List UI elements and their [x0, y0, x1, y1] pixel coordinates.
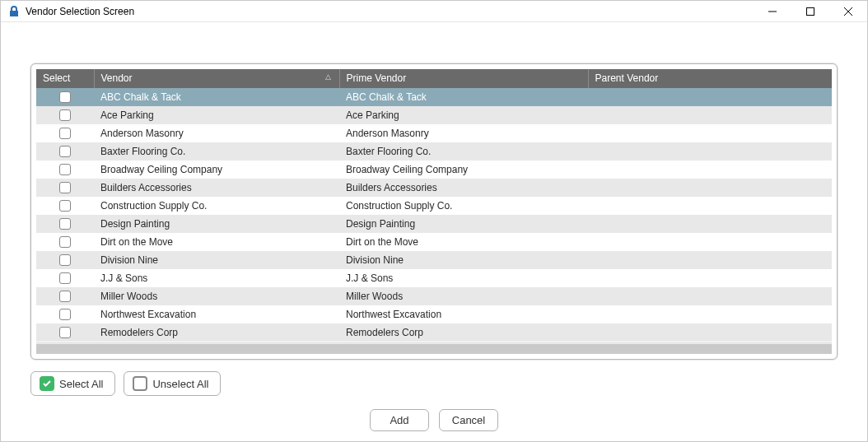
row-checkbox-cell[interactable]: [36, 305, 94, 323]
empty-checkbox-icon: [133, 376, 147, 391]
vendor-cell: Remodelers Corp: [94, 323, 339, 342]
col-header-select[interactable]: Select: [36, 69, 94, 88]
table-row[interactable]: J.J & SonsJ.J & Sons: [36, 269, 832, 287]
table-row[interactable]: Broadway Ceiling CompanyBroadway Ceiling…: [36, 161, 832, 179]
window-title: Vendor Selection Screen: [26, 6, 134, 17]
dialog-footer: Add Cancel: [6, 396, 862, 436]
col-header-vendor[interactable]: Vendor △: [94, 69, 339, 88]
row-checkbox[interactable]: [59, 236, 71, 248]
unselect-all-button[interactable]: Unselect All: [124, 371, 221, 396]
table-row[interactable]: Baxter Flooring Co.Baxter Flooring Co.: [36, 142, 832, 161]
vendor-cell: Division Nine: [94, 251, 339, 269]
parent-vendor-cell: [588, 106, 832, 124]
prime-vendor-cell: Remodelers Corp: [339, 323, 588, 342]
vendor-cell: Baxter Flooring Co.: [94, 142, 339, 161]
col-header-parent-vendor[interactable]: Parent Vendor: [588, 69, 832, 88]
row-checkbox-cell[interactable]: [36, 197, 94, 215]
vendor-cell: Builders Accessories: [94, 179, 339, 197]
table-row[interactable]: Ace ParkingAce Parking: [36, 106, 832, 124]
window-root: Vendor Selection Screen: [0, 0, 868, 442]
prime-vendor-cell: Division Nine: [339, 251, 588, 269]
prime-vendor-cell: ABC Chalk & Tack: [339, 88, 588, 106]
row-checkbox-cell[interactable]: [36, 179, 94, 197]
prime-vendor-cell: Northwest Excavation: [339, 305, 588, 323]
row-checkbox[interactable]: [59, 291, 71, 302]
table-row[interactable]: Design PaintingDesign Painting: [36, 215, 832, 233]
maximize-button[interactable]: [791, 1, 829, 21]
select-all-button[interactable]: Select All: [30, 371, 115, 396]
parent-vendor-cell: [588, 179, 832, 197]
parent-vendor-cell: [588, 161, 832, 179]
row-checkbox[interactable]: [59, 182, 71, 193]
select-all-label: Select All: [59, 378, 103, 390]
parent-vendor-cell: [588, 305, 832, 323]
row-checkbox[interactable]: [59, 128, 71, 139]
add-button[interactable]: Add: [370, 409, 429, 431]
table-row[interactable]: Remodelers CorpRemodelers Corp: [36, 323, 832, 342]
minimize-button[interactable]: [754, 1, 791, 21]
row-checkbox-cell[interactable]: [36, 88, 94, 106]
row-checkbox-cell[interactable]: [36, 251, 94, 269]
row-checkbox[interactable]: [59, 91, 71, 103]
titlebar: Vendor Selection Screen: [1, 1, 867, 22]
lock-icon: [7, 5, 21, 18]
table-row[interactable]: Northwest ExcavationNorthwest Excavation: [36, 305, 832, 323]
row-checkbox[interactable]: [59, 164, 71, 175]
unselect-all-label: Unselect All: [152, 378, 208, 390]
row-checkbox-cell[interactable]: [36, 124, 94, 142]
table-row[interactable]: Construction Supply Co.Construction Supp…: [36, 197, 832, 215]
row-checkbox-cell[interactable]: [36, 106, 94, 124]
parent-vendor-cell: [588, 197, 832, 215]
table-row[interactable]: Dirt on the MoveDirt on the Move: [36, 233, 832, 251]
parent-vendor-cell: [588, 142, 832, 161]
vendor-cell: Broadway Ceiling Company: [94, 161, 339, 179]
row-checkbox[interactable]: [59, 327, 71, 338]
sort-asc-icon: △: [325, 72, 331, 81]
prime-vendor-cell: Ace Parking: [339, 106, 588, 124]
vendor-grid-scroll[interactable]: Select Vendor △ Prime Vendor Parent Vend…: [36, 69, 832, 342]
row-checkbox[interactable]: [59, 309, 71, 320]
parent-vendor-cell: [588, 233, 832, 251]
cancel-button[interactable]: Cancel: [439, 409, 498, 431]
row-checkbox-cell[interactable]: [36, 269, 94, 287]
close-button[interactable]: [829, 1, 867, 21]
parent-vendor-cell: [588, 269, 832, 287]
row-checkbox-cell[interactable]: [36, 233, 94, 251]
vendor-cell: Anderson Masonry: [94, 124, 339, 142]
bulk-select-buttons: Select All Unselect All: [30, 371, 862, 396]
row-checkbox[interactable]: [59, 272, 71, 284]
parent-vendor-cell: [588, 215, 832, 233]
prime-vendor-cell: Broadway Ceiling Company: [339, 161, 588, 179]
horizontal-scrollbar[interactable]: [36, 342, 832, 354]
horizontal-scrollbar-thumb[interactable]: [36, 344, 832, 354]
row-checkbox-cell[interactable]: [36, 215, 94, 233]
table-row[interactable]: Builders AccessoriesBuilders Accessories: [36, 179, 832, 197]
row-checkbox[interactable]: [59, 109, 71, 121]
parent-vendor-cell: [588, 323, 832, 342]
row-checkbox[interactable]: [59, 218, 71, 230]
prime-vendor-cell: Anderson Masonry: [339, 124, 588, 142]
table-row[interactable]: ABC Chalk & TackABC Chalk & Tack: [36, 88, 832, 106]
vendor-cell: Dirt on the Move: [94, 233, 339, 251]
col-header-prime-vendor[interactable]: Prime Vendor: [339, 69, 588, 88]
prime-vendor-cell: Construction Supply Co.: [339, 197, 588, 215]
row-checkbox-cell[interactable]: [36, 287, 94, 305]
vendor-cell: Design Painting: [94, 215, 339, 233]
row-checkbox-cell[interactable]: [36, 323, 94, 342]
prime-vendor-cell: Builders Accessories: [339, 179, 588, 197]
table-row[interactable]: Miller WoodsMiller Woods: [36, 287, 832, 305]
vendor-cell: Ace Parking: [94, 106, 339, 124]
row-checkbox[interactable]: [59, 146, 71, 157]
vendor-cell: Miller Woods: [94, 287, 339, 305]
table-row[interactable]: Anderson MasonryAnderson Masonry: [36, 124, 832, 142]
row-checkbox[interactable]: [59, 254, 71, 266]
row-checkbox-cell[interactable]: [36, 142, 94, 161]
table-row[interactable]: Division NineDivision Nine: [36, 251, 832, 269]
row-checkbox-cell[interactable]: [36, 161, 94, 179]
prime-vendor-cell: Design Painting: [339, 215, 588, 233]
svg-rect-0: [807, 7, 814, 15]
vendor-cell: J.J & Sons: [94, 269, 339, 287]
client-area: Select Vendor △ Prime Vendor Parent Vend…: [1, 22, 867, 441]
check-icon: [40, 376, 54, 391]
row-checkbox[interactable]: [59, 200, 71, 212]
